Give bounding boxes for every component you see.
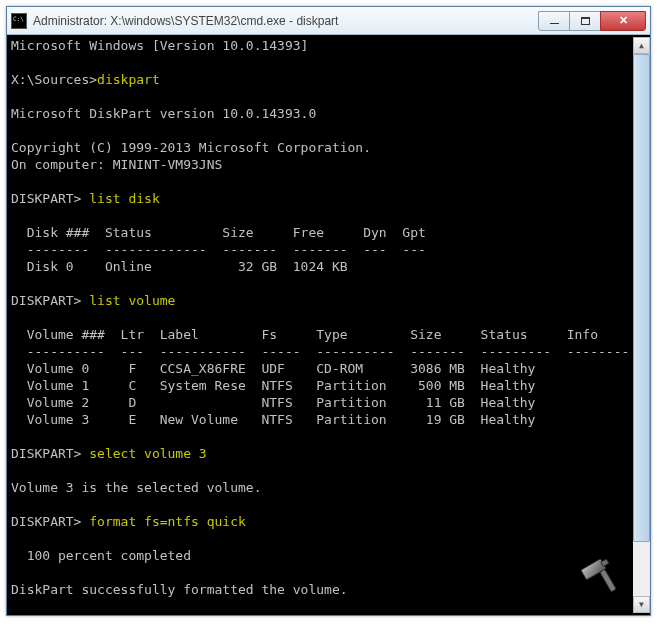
disk-row: Disk 0 Online 32 GB 1024 KB xyxy=(11,259,348,274)
prompt-path: X:\Sources> xyxy=(11,72,97,87)
select-result: Volume 3 is the selected volume. xyxy=(11,480,261,495)
minimize-button[interactable] xyxy=(538,11,570,31)
minimize-icon xyxy=(550,23,559,24)
scroll-track[interactable] xyxy=(633,54,650,596)
volume-row: Volume 3 E New Volume NTFS Partition 19 … xyxy=(11,412,535,427)
cmd-list-disk: list disk xyxy=(89,191,159,206)
console-client: Microsoft Windows [Version 10.0.14393] X… xyxy=(7,35,650,615)
close-icon: ✕ xyxy=(619,14,628,27)
close-button[interactable]: ✕ xyxy=(600,11,646,31)
chevron-down-icon: ▼ xyxy=(639,600,644,609)
chevron-up-icon: ▲ xyxy=(639,41,644,50)
volume-row: Volume 2 D NTFS Partition 11 GB Healthy xyxy=(11,395,535,410)
cmd-format: format fs=ntfs quick xyxy=(89,514,246,529)
vertical-scrollbar[interactable]: ▲ ▼ xyxy=(633,37,650,613)
on-computer-line: On computer: MININT-VM93JNS xyxy=(11,157,222,172)
disk-table-sep: -------- ------------- ------- ------- -… xyxy=(11,242,426,257)
scroll-down-button[interactable]: ▼ xyxy=(633,596,650,613)
disk-table-header: Disk ### Status Size Free Dyn Gpt xyxy=(11,225,426,240)
window-title: Administrator: X:\windows\SYSTEM32\cmd.e… xyxy=(33,14,539,28)
copyright-line: Copyright (C) 1999-2013 Microsoft Corpor… xyxy=(11,140,371,155)
cmd-list-volume: list volume xyxy=(89,293,175,308)
diskpart-prompt: DISKPART> xyxy=(11,514,81,529)
cmd-icon xyxy=(11,13,27,29)
diskpart-prompt: DISKPART> xyxy=(11,293,81,308)
console-output[interactable]: Microsoft Windows [Version 10.0.14393] X… xyxy=(11,37,633,613)
maximize-icon xyxy=(581,17,590,25)
version-line: Microsoft Windows [Version 10.0.14393] xyxy=(11,38,308,53)
volume-row: Volume 1 C System Rese NTFS Partition 50… xyxy=(11,378,535,393)
format-progress: 100 percent completed xyxy=(11,548,191,563)
cmd-select-volume: select volume 3 xyxy=(89,446,206,461)
diskpart-version: Microsoft DiskPart version 10.0.14393.0 xyxy=(11,106,316,121)
scroll-thumb[interactable] xyxy=(633,54,650,542)
diskpart-prompt: DISKPART> xyxy=(11,446,81,461)
diskpart-prompt: DISKPART> xyxy=(11,191,81,206)
scroll-up-button[interactable]: ▲ xyxy=(633,37,650,54)
maximize-button[interactable] xyxy=(569,11,601,31)
window-controls: ✕ xyxy=(539,11,646,31)
format-result: DiskPart successfully formatted the volu… xyxy=(11,582,348,597)
cmd-window: Administrator: X:\windows\SYSTEM32\cmd.e… xyxy=(6,6,651,616)
volume-table-sep: ---------- --- ----------- ----- -------… xyxy=(11,344,629,359)
cmd-diskpart: diskpart xyxy=(97,72,160,87)
volume-table-header: Volume ### Ltr Label Fs Type Size Status… xyxy=(11,327,598,342)
titlebar[interactable]: Administrator: X:\windows\SYSTEM32\cmd.e… xyxy=(7,7,650,35)
volume-row: Volume 0 F CCSA_X86FRE UDF CD-ROM 3086 M… xyxy=(11,361,535,376)
